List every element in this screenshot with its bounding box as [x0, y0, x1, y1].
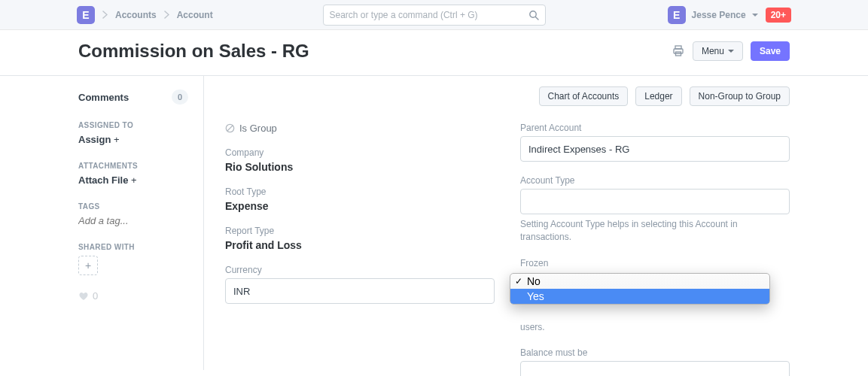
- tags-input[interactable]: [78, 215, 169, 226]
- root-type-value: Expense: [225, 200, 495, 212]
- form-grid: Is Group Company Rio Solutions Root Type…: [225, 123, 790, 376]
- print-icon[interactable]: [672, 44, 685, 58]
- caret-down-icon: [728, 50, 734, 53]
- field-parent-account: Parent Account: [520, 123, 790, 162]
- root-type-label: Root Type: [225, 186, 495, 197]
- parent-account-input[interactable]: [520, 136, 790, 162]
- field-frozen: Frozen users. ✓ No Yes: [520, 258, 790, 334]
- page-title: Commission on Sales - RG: [78, 41, 309, 62]
- frozen-option-no[interactable]: ✓ No: [510, 274, 769, 289]
- parent-account-label: Parent Account: [520, 123, 790, 133]
- svg-line-1: [535, 17, 538, 20]
- field-report-type: Report Type Profit and Loss: [225, 226, 495, 251]
- unchecked-icon[interactable]: [225, 123, 235, 133]
- account-type-label: Account Type: [520, 175, 790, 186]
- attach-file-label: Attach File: [78, 174, 128, 186]
- comments-header[interactable]: Comments 0: [78, 89, 203, 105]
- tags-label: TAGS: [78, 202, 203, 211]
- user-name: Jesse Pence: [692, 10, 746, 20]
- frozen-dropdown: ✓ No Yes: [510, 273, 770, 305]
- search-input[interactable]: [330, 10, 528, 20]
- document-tabs: Chart of Accounts Ledger Non-Group to Gr…: [225, 86, 790, 106]
- breadcrumb-account[interactable]: Account: [177, 10, 213, 20]
- heart-icon: [78, 291, 89, 301]
- frozen-label: Frozen: [520, 258, 790, 268]
- menu-button[interactable]: Menu: [693, 41, 743, 61]
- is-group-label: Is Group: [239, 123, 277, 134]
- account-type-input[interactable]: [520, 189, 790, 214]
- comments-label: Comments: [78, 92, 129, 103]
- menu-button-label: Menu: [702, 46, 724, 56]
- tab-non-group-to-group[interactable]: Non-Group to Group: [690, 86, 790, 106]
- tab-chart-of-accounts[interactable]: Chart of Accounts: [539, 86, 629, 106]
- search-icon: [528, 10, 539, 20]
- checkmark-icon: ✓: [515, 276, 522, 287]
- plus-icon: +: [114, 134, 120, 145]
- option-label: Yes: [527, 290, 544, 302]
- shared-with-label: SHARED WITH: [78, 243, 203, 251]
- title-actions: Menu Save: [672, 41, 790, 61]
- assign-link-label: Assign: [78, 134, 111, 145]
- search-bar[interactable]: [323, 5, 546, 26]
- share-add-button[interactable]: +: [78, 256, 98, 275]
- likes-count: 0: [93, 290, 98, 302]
- main-content: Chart of Accounts Ledger Non-Group to Gr…: [203, 76, 868, 370]
- form-right-column: Parent Account Account Type Setting Acco…: [520, 123, 790, 376]
- svg-line-6: [227, 126, 233, 131]
- app-logo[interactable]: E: [77, 6, 95, 24]
- frozen-help-trailing: users.: [520, 321, 790, 334]
- breadcrumb-accounts[interactable]: Accounts: [115, 10, 157, 20]
- attachments-label: ATTACHMENTS: [78, 162, 203, 170]
- field-account-type: Account Type Setting Account Type helps …: [520, 175, 790, 244]
- currency-label: Currency: [225, 265, 495, 275]
- account-type-help: Setting Account Type helps in selecting …: [520, 218, 790, 244]
- report-type-label: Report Type: [225, 226, 495, 236]
- assigned-to-label: ASSIGNED TO: [78, 121, 203, 129]
- chevron-right-icon: [102, 11, 108, 19]
- option-label: No: [527, 275, 541, 287]
- likes[interactable]: 0: [78, 290, 203, 302]
- user-menu[interactable]: E Jesse Pence: [668, 6, 758, 24]
- save-button[interactable]: Save: [751, 41, 790, 61]
- company-label: Company: [225, 147, 495, 158]
- currency-input[interactable]: [225, 278, 495, 304]
- tab-ledger[interactable]: Ledger: [635, 86, 681, 106]
- form-left-column: Is Group Company Rio Solutions Root Type…: [225, 123, 495, 376]
- field-balance-must-be: Balance must be: [520, 347, 790, 376]
- notification-badge[interactable]: 20+: [766, 8, 791, 23]
- sidebar: Comments 0 ASSIGNED TO Assign + ATTACHME…: [0, 76, 203, 370]
- body: Comments 0 ASSIGNED TO Assign + ATTACHME…: [0, 76, 868, 370]
- svg-rect-3: [674, 49, 683, 53]
- balance-must-be-label: Balance must be: [520, 347, 790, 358]
- assign-button[interactable]: Assign +: [78, 134, 203, 145]
- attach-file-button[interactable]: Attach File +: [78, 174, 203, 186]
- caret-down-icon: [752, 14, 758, 17]
- frozen-option-yes[interactable]: Yes: [510, 289, 769, 304]
- navbar: E Accounts Account E Jesse Pence 20+: [0, 0, 868, 30]
- is-group-row: Is Group: [225, 123, 495, 134]
- nav-right: E Jesse Pence 20+: [668, 6, 791, 24]
- search-container: [323, 5, 546, 26]
- user-avatar: E: [668, 6, 686, 24]
- company-value: Rio Solutions: [225, 161, 495, 173]
- chevron-right-icon: [164, 11, 169, 19]
- field-company: Company Rio Solutions: [225, 147, 495, 173]
- report-type-value: Profit and Loss: [225, 239, 495, 251]
- field-root-type: Root Type Expense: [225, 186, 495, 212]
- field-currency: Currency: [225, 265, 495, 304]
- balance-must-be-input[interactable]: [520, 361, 790, 376]
- comments-count: 0: [172, 89, 188, 105]
- title-bar: Commission on Sales - RG Menu Save: [0, 30, 868, 76]
- plus-icon: +: [131, 174, 137, 186]
